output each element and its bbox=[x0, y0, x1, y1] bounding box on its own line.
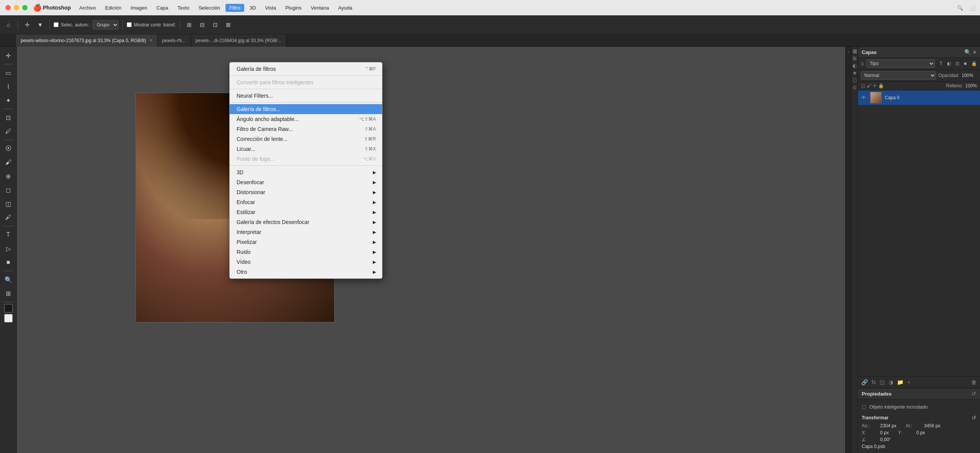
menu-seleccion[interactable]: Selección bbox=[195, 4, 224, 12]
layer-filter-lock-icon[interactable]: 🔒 bbox=[971, 61, 977, 66]
dd-interpretar[interactable]: Interpretar ▶ bbox=[230, 227, 382, 237]
rt-styles-icon[interactable]: ★ bbox=[853, 70, 857, 76]
add-group-icon[interactable]: 📁 bbox=[896, 378, 905, 386]
shape-tool[interactable]: ■ bbox=[2, 256, 15, 269]
add-mask-icon[interactable]: ◫ bbox=[879, 378, 886, 386]
lasso-tool[interactable]: ⌇ bbox=[2, 80, 15, 93]
menu-filtro[interactable]: Filtro bbox=[225, 4, 244, 12]
zoom-tool[interactable]: 🔍 bbox=[2, 273, 15, 286]
grupo-select[interactable]: Grupo bbox=[93, 20, 119, 29]
dd-angulo[interactable]: Ángulo ancho adaptable... ⌥⇧⌘A bbox=[230, 114, 382, 124]
dd-galeria-filtros-highlighted[interactable]: Galería de filtros... bbox=[230, 104, 382, 114]
dd-3d[interactable]: 3D ▶ bbox=[230, 167, 382, 177]
grid-tool[interactable]: ⊞ bbox=[2, 287, 15, 300]
props-reset-icon[interactable]: ↺ bbox=[972, 391, 976, 397]
menu-edicion[interactable]: Edición bbox=[101, 4, 125, 12]
crop-tool[interactable]: ⊡ bbox=[2, 111, 15, 124]
menu-archivo[interactable]: Archivo bbox=[75, 4, 100, 12]
align-right-icon[interactable]: ⊡ bbox=[210, 20, 221, 30]
menu-capa[interactable]: Capa bbox=[152, 4, 172, 12]
rt-3d-icon[interactable]: ⬡ bbox=[853, 77, 857, 83]
rt-globe-icon[interactable]: ⊙ bbox=[853, 85, 857, 90]
add-adjustment-icon[interactable]: ◑ bbox=[887, 378, 894, 386]
path-select-tool[interactable]: ▷ bbox=[2, 242, 15, 255]
transform-icon[interactable]: ⊠ bbox=[223, 20, 234, 30]
layer-filter-adj-icon[interactable]: ◐ bbox=[947, 61, 951, 66]
window-minimize[interactable] bbox=[14, 5, 19, 10]
apple-menu[interactable]: 🍎 bbox=[33, 3, 41, 12]
layer-filter-smart-icon[interactable]: ⊡ bbox=[956, 61, 959, 66]
layer-type-select[interactable]: Tipo bbox=[866, 59, 935, 68]
type-tool[interactable]: T bbox=[2, 228, 15, 241]
dd-video-label: Vídeo bbox=[237, 259, 373, 265]
tab-0[interactable]: pexels-wilson-vitorino-2167673.jpg al 33… bbox=[16, 34, 158, 47]
dd-desenfocar[interactable]: Desenfocar ▶ bbox=[230, 177, 382, 187]
layer-filter-shape-icon[interactable]: ■ bbox=[964, 61, 967, 66]
magic-wand-tool[interactable]: ✦ bbox=[2, 94, 15, 107]
layer-item-0[interactable]: 👁 Capa 0 bbox=[858, 90, 980, 105]
rt-layout-icon[interactable]: ▦ bbox=[853, 48, 857, 54]
menu-3d[interactable]: 3D bbox=[246, 4, 260, 12]
home-icon[interactable]: ⌂ bbox=[3, 20, 14, 30]
brush-tool[interactable]: 🖌 bbox=[2, 156, 15, 169]
lock-paint-icon[interactable]: 🖌 bbox=[867, 83, 871, 88]
dd-pixelizar[interactable]: Pixelizar ▶ bbox=[230, 237, 382, 247]
eraser-tool[interactable]: ◻ bbox=[2, 183, 15, 196]
capas-options-icon[interactable]: ≡ bbox=[973, 49, 976, 55]
marquee-tool[interactable]: ▭ bbox=[2, 66, 15, 79]
color-bg[interactable] bbox=[4, 314, 13, 322]
autom-checkbox[interactable] bbox=[54, 22, 59, 27]
dd-distorsionar[interactable]: Distorsionar ▶ bbox=[230, 187, 382, 197]
lock-all-icon[interactable]: 🔒 bbox=[878, 83, 884, 88]
align-center-icon[interactable]: ⊟ bbox=[197, 20, 208, 30]
tab-2[interactable]: pexels-...di-2169434.jpg al 33,3% (RGB/.… bbox=[191, 34, 287, 47]
dd-estilizar[interactable]: Estilizar ▶ bbox=[230, 207, 382, 217]
layer-visibility-icon[interactable]: 👁 bbox=[861, 95, 866, 101]
rt-properties-icon[interactable]: ⊞ bbox=[853, 56, 857, 61]
menu-ayuda[interactable]: Ayuda bbox=[335, 4, 356, 12]
dd-enfocar[interactable]: Enfocar ▶ bbox=[230, 197, 382, 207]
transformar-reset-icon[interactable]: ↺ bbox=[972, 415, 976, 421]
menu-ventana[interactable]: Ventana bbox=[307, 4, 333, 12]
rt-adjust-icon[interactable]: ◐ bbox=[853, 63, 857, 69]
dd-video[interactable]: Vídeo ▶ bbox=[230, 257, 382, 267]
delete-layer-icon[interactable]: 🗑 bbox=[970, 378, 978, 386]
menu-imagen[interactable]: Imagen bbox=[127, 4, 151, 12]
move-tool[interactable]: ✛ bbox=[2, 49, 15, 62]
layer-filter-text-icon[interactable]: T bbox=[939, 61, 942, 66]
clone-tool[interactable]: ⊕ bbox=[2, 170, 15, 183]
blend-mode-select[interactable]: Normal bbox=[861, 71, 936, 80]
link-layers-icon[interactable]: 🔗 bbox=[860, 378, 869, 386]
window-close[interactable] bbox=[5, 5, 11, 10]
menu-plugins[interactable]: Plugins bbox=[281, 4, 305, 12]
lock-transparent-icon[interactable]: ◫ bbox=[861, 83, 865, 88]
menubar: 🍎 Photoshop Archivo Edición Imagen Capa … bbox=[0, 0, 980, 15]
dd-licuar[interactable]: Licuar... ⇧⌘X bbox=[230, 144, 382, 154]
dd-neural[interactable]: Neural Filters... bbox=[230, 91, 382, 101]
eyedrop-tool[interactable]: 🖊 bbox=[2, 125, 15, 138]
dd-galeria-efectos[interactable]: Galería de efectos Desenfocar ▶ bbox=[230, 217, 382, 227]
align-left-icon[interactable]: ⊞ bbox=[184, 20, 195, 30]
add-effect-icon[interactable]: fx bbox=[871, 378, 877, 386]
color-fg[interactable] bbox=[4, 304, 13, 312]
dd-correccion-lente[interactable]: Corrección de lente... ⇧⌘R bbox=[230, 134, 382, 144]
menu-texto[interactable]: Texto bbox=[174, 4, 193, 12]
dd-camera-raw[interactable]: Filtro de Camera Raw... ⇧⌘A bbox=[230, 124, 382, 134]
gradient-tool[interactable]: ◫ bbox=[2, 197, 15, 210]
patch-tool[interactable]: ⦿ bbox=[2, 142, 15, 155]
move-tool-icon[interactable]: ✛ bbox=[22, 20, 33, 30]
menu-vista[interactable]: Vista bbox=[261, 4, 280, 12]
tab-1[interactable]: pexels-rfs... bbox=[158, 34, 191, 47]
window-maximize[interactable] bbox=[22, 5, 28, 10]
new-layer-icon[interactable]: + bbox=[906, 378, 911, 386]
pen-tool[interactable]: 🖋 bbox=[2, 211, 15, 224]
arrow-tool-icon[interactable]: ▼ bbox=[35, 20, 46, 30]
mostrar-checkbox[interactable] bbox=[127, 22, 132, 27]
dd-otro[interactable]: Otro ▶ bbox=[230, 267, 382, 277]
dd-ruido[interactable]: Ruido ▶ bbox=[230, 247, 382, 257]
dd-galeria-filtros-top[interactable]: Galería de filtros ⌃⌘F bbox=[230, 64, 382, 74]
lock-position-icon[interactable]: ✛ bbox=[873, 83, 877, 88]
capas-search-icon[interactable]: 🔍 bbox=[964, 49, 971, 55]
panel-collapse-button[interactable]: ‹ bbox=[845, 47, 851, 453]
tab-0-close[interactable]: ✕ bbox=[149, 38, 153, 43]
